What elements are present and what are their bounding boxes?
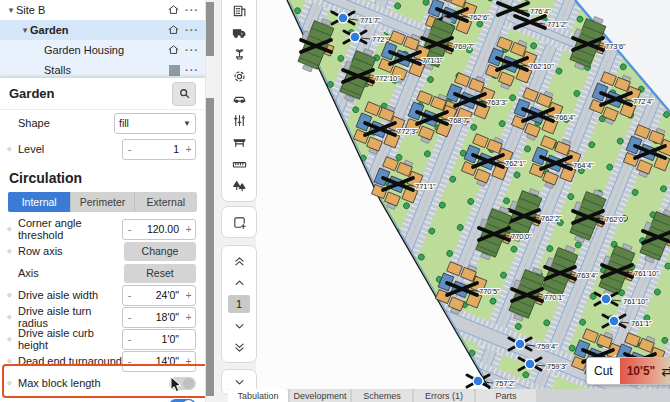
dimension-label: 771'7": [360, 16, 381, 25]
minus-button[interactable]: -: [123, 143, 136, 155]
more-menu-icon[interactable]: ···: [185, 4, 199, 16]
sliders-button[interactable]: [222, 109, 256, 131]
param-value[interactable]: 120.00: [136, 223, 182, 235]
tab-perimeter[interactable]: Perimeter: [71, 192, 134, 212]
dimension-label: 768'7": [449, 116, 470, 125]
chevron-down-button[interactable]: [222, 315, 256, 337]
ruler-button[interactable]: [222, 153, 256, 175]
param-value[interactable]: 1'0": [136, 333, 182, 345]
param-value[interactable]: 14'0": [136, 355, 182, 367]
trees-button[interactable]: [222, 175, 256, 197]
tab-external[interactable]: External: [135, 192, 197, 212]
bottom-tab-schemes[interactable]: Schemes: [352, 389, 412, 402]
dimension-label: 762'10": [529, 62, 554, 71]
more-menu-icon[interactable]: ···: [185, 64, 199, 76]
chevron-up-button[interactable]: [222, 271, 256, 293]
dimension-label: 764'4": [573, 161, 594, 170]
plus-button[interactable]: +: [182, 355, 195, 367]
dimension-label: 762'1": [505, 159, 526, 168]
diamond-icon: ✧: [6, 291, 18, 300]
dimension-label: 762'0": [605, 215, 626, 224]
value-stepper[interactable]: -18'0"+: [122, 307, 196, 328]
diamond-icon: ✧: [6, 145, 18, 154]
tree-item-label: Garden Housing: [44, 44, 167, 56]
tree-item-site-b[interactable]: ▾Site B···: [0, 0, 205, 20]
plant-icon: [232, 47, 247, 62]
dimension-label: 776'4": [530, 7, 551, 16]
bottom-tab-tabulation[interactable]: Tabulation: [228, 389, 288, 402]
level-value[interactable]: 1: [136, 143, 182, 155]
value-stepper[interactable]: -1'0": [122, 329, 196, 350]
bottom-tab-development[interactable]: Development: [290, 389, 350, 402]
massing-toggle[interactable]: [167, 3, 180, 18]
current-level[interactable]: 1: [228, 295, 250, 313]
table-icon: [232, 135, 247, 150]
dimension-label: 759'4": [537, 342, 558, 351]
minus-button[interactable]: -: [123, 223, 136, 235]
tree-item-actions: ···: [167, 3, 199, 18]
tree-item-actions: ···: [167, 23, 199, 38]
level-navigator: 1: [221, 245, 257, 363]
level-label: Level: [18, 143, 122, 155]
table-button[interactable]: [222, 131, 256, 153]
value-stepper[interactable]: -14'0"+: [122, 351, 196, 372]
inspector-scrollbar-thumb[interactable]: [206, 98, 214, 396]
bottom-tab-bar: TabulationDevelopmentSchemesErrors (1)Pa…: [228, 389, 670, 402]
tree-item-stalls[interactable]: Stalls···: [0, 60, 205, 77]
truck-button[interactable]: [222, 21, 256, 43]
shape-select[interactable]: fill ▼: [114, 113, 196, 134]
search-button[interactable]: [172, 82, 196, 106]
add-region-button[interactable]: [222, 211, 256, 233]
change-button[interactable]: Change: [124, 242, 196, 261]
chevron-down-icon: [232, 319, 247, 334]
minus-button[interactable]: -: [123, 333, 136, 345]
layer-swatch[interactable]: [169, 65, 180, 76]
tree-scrollbar-thumb[interactable]: [206, 2, 214, 56]
tab-internal[interactable]: Internal: [8, 192, 71, 212]
bottom-tab-errors-1-[interactable]: Errors (1): [414, 389, 474, 402]
search-icon: [178, 87, 191, 100]
value-stepper[interactable]: -24'0"+: [122, 285, 196, 306]
plus-button[interactable]: +: [182, 311, 195, 323]
dimension-label: 772'3": [397, 127, 418, 136]
massing-toggle[interactable]: [167, 23, 180, 38]
truck-icon: [232, 25, 247, 40]
roundabout-button[interactable]: [222, 65, 256, 87]
plus-button[interactable]: +: [182, 143, 195, 155]
diamond-icon: ✧: [6, 379, 18, 388]
minus-button[interactable]: -: [123, 355, 136, 367]
tree-item-garden[interactable]: ▾Garden···: [0, 20, 205, 40]
caret-icon[interactable]: ▾: [20, 25, 30, 35]
dimension-label: 761'10": [623, 297, 648, 306]
swap-arrows-icon[interactable]: ⇄: [661, 363, 670, 379]
plus-button[interactable]: +: [182, 289, 195, 301]
chevron-down-icon: ▼: [183, 119, 191, 128]
minus-button[interactable]: -: [123, 311, 136, 323]
plant-button[interactable]: [222, 43, 256, 65]
toggle-switch[interactable]: [169, 399, 196, 402]
site-plan-canvas[interactable]: 771'7"772'9"762'6"776'4"771'2"769'7"771'…: [256, 0, 670, 402]
dimension-label: 761'1": [631, 319, 652, 328]
diamond-icon: ✧: [6, 357, 18, 366]
param-value[interactable]: 18'0": [136, 311, 182, 323]
tree-item-garden-housing[interactable]: Garden Housing···: [0, 40, 205, 60]
bottom-tab-parts[interactable]: Parts: [476, 389, 536, 402]
building-button[interactable]: [222, 0, 256, 21]
diamond-icon: ✧: [6, 247, 18, 256]
value-stepper[interactable]: -120.00+: [122, 219, 196, 240]
car-button[interactable]: [222, 87, 256, 109]
param-label: Axis: [18, 267, 124, 279]
reset-button[interactable]: Reset: [124, 264, 196, 283]
level-stepper[interactable]: - 1 +: [122, 139, 196, 160]
more-menu-icon[interactable]: ···: [185, 24, 199, 36]
massing-toggle[interactable]: [167, 43, 180, 58]
caret-icon[interactable]: ▾: [6, 5, 16, 15]
plus-button[interactable]: +: [182, 223, 195, 235]
chevron-double-up-button[interactable]: [222, 249, 256, 271]
trees-icon: [232, 179, 247, 194]
chevron-double-down-button[interactable]: [222, 337, 256, 359]
minus-button[interactable]: -: [123, 289, 136, 301]
param-value[interactable]: 24'0": [136, 289, 182, 301]
more-menu-icon[interactable]: ···: [185, 44, 199, 56]
param-label: Max block length: [18, 377, 124, 389]
